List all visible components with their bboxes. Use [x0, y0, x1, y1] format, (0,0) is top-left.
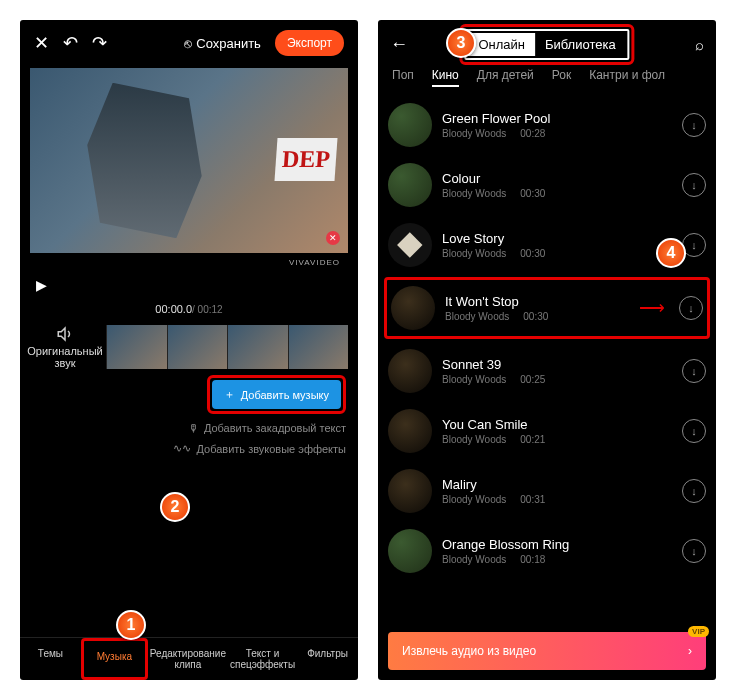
undo-icon[interactable]: ↶: [63, 32, 78, 54]
vip-badge: VIP: [688, 626, 709, 637]
track-art-icon: [388, 469, 432, 513]
track-art-icon: [391, 286, 435, 330]
genre-country[interactable]: Кантри и фол: [589, 68, 665, 87]
track-title: You Can Smile: [442, 417, 672, 432]
track-art-icon: [388, 223, 432, 267]
library-topbar: ← Онлайн Библиотека ⌕: [378, 20, 716, 68]
download-icon[interactable]: ↓: [682, 479, 706, 503]
back-icon[interactable]: ←: [390, 34, 408, 55]
genre-tabs: Поп Кино Для детей Рок Кантри и фол: [378, 68, 716, 87]
save-label: Сохранить: [196, 36, 261, 51]
watermark-label: VIVAVIDEO: [289, 258, 340, 267]
watermark-close-icon[interactable]: ✕: [326, 231, 340, 245]
download-icon[interactable]: ↓: [682, 113, 706, 137]
tab-filters[interactable]: Фильтры: [297, 638, 358, 680]
tab-music[interactable]: Музыка: [81, 638, 148, 680]
phone-music-library: ← Онлайн Библиотека ⌕ 3 Поп Кино Для дет…: [378, 20, 716, 680]
timecode: 00:00.0/ 00:12: [20, 303, 358, 315]
original-audio-toggle[interactable]: Оригинальный звук: [30, 325, 100, 369]
add-voiceover-button[interactable]: 🎙 Добавить закадровый текст: [188, 422, 346, 434]
timeline-thumbnails[interactable]: [106, 325, 348, 369]
genre-kids[interactable]: Для детей: [477, 68, 534, 87]
export-button[interactable]: Экспорт: [275, 30, 344, 56]
track-row[interactable]: Colour Bloody Woods00:30 ↓: [388, 155, 706, 215]
callout-badge-1: 1: [116, 610, 146, 640]
extract-audio-button[interactable]: Извлечь аудио из видео › VIP: [388, 632, 706, 670]
extract-audio-label: Извлечь аудио из видео: [402, 644, 536, 658]
bottom-tabs: Темы Музыка Редактирование клипа Текст и…: [20, 637, 358, 680]
editor-toolbar: ✕ ↶ ↷ ⎋ Сохранить Экспорт: [20, 20, 358, 66]
callout-badge-4: 4: [656, 238, 686, 268]
chevron-right-icon: ›: [688, 644, 692, 658]
genre-cinema[interactable]: Кино: [432, 68, 459, 87]
track-art-icon: [388, 409, 432, 453]
download-icon[interactable]: ↓: [679, 296, 703, 320]
add-sfx-button[interactable]: ∿∿ Добавить звуковые эффекты: [173, 442, 346, 455]
search-icon[interactable]: ⌕: [695, 36, 704, 53]
track-title: Colour: [442, 171, 672, 186]
timeline-row: Оригинальный звук: [20, 319, 358, 375]
callout-badge-3: 3: [446, 28, 476, 58]
track-row[interactable]: Maliry Bloody Woods00:31 ↓: [388, 461, 706, 521]
original-audio-label: Оригинальный звук: [27, 345, 102, 369]
download-icon[interactable]: ↓: [682, 173, 706, 197]
arrow-right-icon: ⟶: [639, 297, 665, 319]
track-row[interactable]: Sonnet 39 Bloody Woods00:25 ↓: [388, 341, 706, 401]
segment-library[interactable]: Библиотека: [535, 33, 626, 56]
tab-themes[interactable]: Темы: [20, 638, 81, 680]
volume-icon: [56, 325, 74, 343]
genre-rock[interactable]: Рок: [552, 68, 571, 87]
track-title: It Won't Stop: [445, 294, 619, 309]
phone-editor: ✕ ↶ ↷ ⎋ Сохранить Экспорт ✕ VIVAVIDEO ▶ …: [20, 20, 358, 680]
mic-icon: 🎙: [188, 422, 199, 434]
track-title: Orange Blossom Ring: [442, 537, 672, 552]
track-art-icon: [388, 529, 432, 573]
genre-pop[interactable]: Поп: [392, 68, 414, 87]
plus-icon: ＋: [224, 387, 235, 402]
track-row[interactable]: Green Flower Pool Bloody Woods00:28 ↓: [388, 95, 706, 155]
download-icon[interactable]: ↓: [682, 539, 706, 563]
save-button[interactable]: ⎋ Сохранить: [184, 36, 261, 51]
play-icon[interactable]: ▶: [36, 277, 358, 293]
waveform-icon: ∿∿: [173, 442, 191, 455]
save-icon: ⎋: [184, 36, 192, 51]
track-title: Sonnet 39: [442, 357, 672, 372]
tab-edit-clip[interactable]: Редактирование клипа: [148, 638, 228, 680]
track-title: Love Story: [442, 231, 672, 246]
track-art-icon: [388, 349, 432, 393]
track-art-icon: [388, 163, 432, 207]
redo-icon[interactable]: ↷: [92, 32, 107, 54]
download-icon[interactable]: ↓: [682, 419, 706, 443]
download-icon[interactable]: ↓: [682, 359, 706, 383]
close-icon[interactable]: ✕: [34, 32, 49, 54]
callout-badge-2: 2: [160, 492, 190, 522]
track-row-highlighted[interactable]: It Won't Stop Bloody Woods00:30 ⟶ ↓: [384, 277, 710, 339]
tab-text-fx[interactable]: Текст и спецэффекты: [228, 638, 297, 680]
track-title: Green Flower Pool: [442, 111, 672, 126]
add-music-button[interactable]: ＋ Добавить музыку: [212, 380, 341, 409]
track-list: Green Flower Pool Bloody Woods00:28 ↓ Co…: [378, 87, 716, 624]
track-art-icon: [388, 103, 432, 147]
track-title: Maliry: [442, 477, 672, 492]
video-preview[interactable]: ✕ VIVAVIDEO: [30, 68, 348, 253]
add-music-label: Добавить музыку: [241, 389, 329, 401]
track-row[interactable]: Orange Blossom Ring Bloody Woods00:18 ↓: [388, 521, 706, 581]
track-row[interactable]: You Can Smile Bloody Woods00:21 ↓: [388, 401, 706, 461]
segment-online[interactable]: Онлайн: [468, 33, 535, 56]
